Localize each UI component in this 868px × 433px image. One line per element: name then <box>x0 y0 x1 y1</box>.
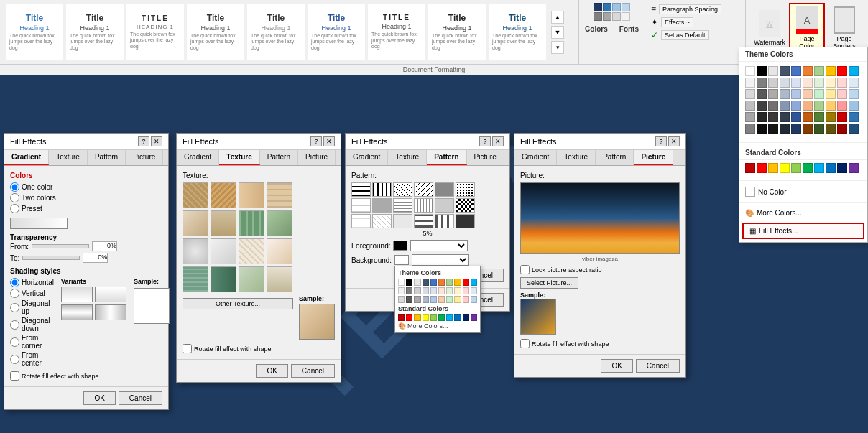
mini-swatch[interactable] <box>398 279 405 286</box>
texture-cell[interactable] <box>239 210 264 236</box>
mini-swatch[interactable] <box>423 287 429 294</box>
mini-swatch[interactable] <box>423 296 429 303</box>
mini-swatch[interactable] <box>446 296 453 303</box>
theme-swatch[interactable] <box>745 124 755 134</box>
theme-swatch[interactable] <box>768 78 778 88</box>
texture-cell[interactable] <box>267 266 292 292</box>
one-color-radio[interactable] <box>10 182 19 192</box>
theme-swatch[interactable] <box>780 78 790 88</box>
pattern-cell[interactable] <box>372 198 392 213</box>
style-item[interactable]: Title Heading 1 The quick brown fox jump… <box>66 4 124 60</box>
theme-swatch[interactable] <box>803 89 813 99</box>
mini-swatch[interactable] <box>430 279 437 286</box>
theme-swatch[interactable] <box>826 66 836 76</box>
swatch-light-gray[interactable] <box>603 12 611 21</box>
cancel-button-gradient[interactable]: Cancel <box>119 391 162 405</box>
style-item[interactable]: TITLE HEADING 1 The quick brown fox jump… <box>126 4 184 60</box>
style-item[interactable]: Title Heading 1 The quick brown fox jump… <box>308 4 365 60</box>
foreground-swatch[interactable] <box>393 241 407 251</box>
style-item[interactable]: Title Heading 1 The quick brown fox jump… <box>247 4 305 60</box>
tab-pattern-pat[interactable]: Pattern <box>427 150 466 165</box>
theme-swatch[interactable] <box>757 112 767 122</box>
std-swatch[interactable] <box>791 163 801 173</box>
pattern-cell[interactable] <box>372 214 392 228</box>
theme-swatch[interactable] <box>803 124 813 134</box>
help-button-texture[interactable]: ? <box>310 136 322 146</box>
ok-button-gradient[interactable]: OK <box>83 391 115 405</box>
theme-swatch[interactable] <box>757 124 767 134</box>
swatch-gray[interactable] <box>594 12 602 21</box>
texture-cell[interactable] <box>183 266 208 292</box>
theme-swatch[interactable] <box>803 101 813 111</box>
pattern-cell[interactable] <box>414 214 433 228</box>
from-center-radio[interactable] <box>10 355 19 364</box>
theme-swatch[interactable] <box>780 89 790 99</box>
set-as-default-button[interactable]: Set as Default <box>661 30 709 40</box>
swatch-light-blue[interactable] <box>612 3 621 11</box>
theme-swatch[interactable] <box>803 112 813 122</box>
swatch-pale-blue[interactable] <box>622 3 630 11</box>
std-swatch[interactable] <box>849 163 859 173</box>
theme-swatch[interactable] <box>849 66 859 76</box>
gallery-up-arrow[interactable]: ▲ <box>551 11 564 24</box>
mini-swatch[interactable] <box>414 296 420 303</box>
two-colors-radio[interactable] <box>10 193 19 202</box>
mini-swatch[interactable] <box>406 287 412 294</box>
paragraph-spacing-button[interactable]: Paragraph Spacing <box>659 4 721 14</box>
close-button[interactable]: ✕ <box>151 136 162 146</box>
mini-swatch[interactable] <box>423 279 429 286</box>
from-corner-radio[interactable] <box>10 337 19 347</box>
texture-cell[interactable] <box>239 266 264 292</box>
theme-swatch[interactable] <box>837 78 847 88</box>
mini-swatch[interactable] <box>398 314 405 321</box>
tab-pattern[interactable]: Pattern <box>88 150 126 165</box>
std-swatch[interactable] <box>745 163 755 173</box>
theme-swatch[interactable] <box>791 89 801 99</box>
mini-swatch[interactable] <box>471 296 477 303</box>
lock-aspect-checkbox[interactable] <box>520 265 530 274</box>
mini-swatch[interactable] <box>463 287 469 294</box>
variant-4[interactable] <box>95 304 126 320</box>
to-slider[interactable] <box>22 256 80 260</box>
theme-swatch[interactable] <box>780 124 790 134</box>
theme-swatch[interactable] <box>814 78 824 88</box>
theme-swatch[interactable] <box>849 101 859 111</box>
gallery-expand-arrow[interactable]: ▾ <box>551 41 564 54</box>
pattern-cell[interactable] <box>435 198 454 213</box>
vertical-radio[interactable] <box>10 289 19 298</box>
rotate-checkbox[interactable] <box>10 371 19 381</box>
tab-texture-pat[interactable]: Texture <box>388 150 427 165</box>
from-input[interactable]: 0% <box>92 241 117 251</box>
std-swatch[interactable] <box>768 163 778 173</box>
mini-swatch[interactable] <box>471 279 477 286</box>
background-swatch[interactable] <box>394 255 409 265</box>
texture-cell[interactable] <box>211 238 236 264</box>
mini-swatch[interactable] <box>423 314 429 321</box>
variant-1[interactable] <box>61 287 93 302</box>
watermark-button[interactable]: W Watermark <box>752 3 788 53</box>
theme-swatch[interactable] <box>768 112 778 122</box>
theme-swatch[interactable] <box>791 66 801 76</box>
tab-picture-pic[interactable]: Picture <box>634 150 673 165</box>
rotate-checkbox-texture[interactable] <box>183 344 192 353</box>
texture-cell[interactable] <box>183 238 208 264</box>
tab-picture-pat[interactable]: Picture <box>467 150 504 165</box>
texture-cell[interactable] <box>267 238 292 264</box>
theme-swatch[interactable] <box>826 78 836 88</box>
variant-2[interactable] <box>95 287 126 302</box>
theme-swatch[interactable] <box>837 101 847 111</box>
theme-swatch[interactable] <box>745 78 755 88</box>
theme-swatch[interactable] <box>745 112 755 122</box>
mini-swatch[interactable] <box>454 296 461 303</box>
pattern-cell[interactable] <box>351 214 371 228</box>
pattern-cell[interactable] <box>456 214 475 228</box>
texture-cell[interactable] <box>239 182 264 208</box>
pattern-cell[interactable] <box>351 198 371 213</box>
texture-cell[interactable] <box>267 182 292 208</box>
theme-swatch[interactable] <box>768 66 778 76</box>
theme-swatch[interactable] <box>803 78 813 88</box>
pattern-cell[interactable] <box>393 214 412 228</box>
theme-swatch[interactable] <box>791 78 801 88</box>
theme-swatch[interactable] <box>814 89 824 99</box>
mini-swatch[interactable] <box>430 287 437 294</box>
